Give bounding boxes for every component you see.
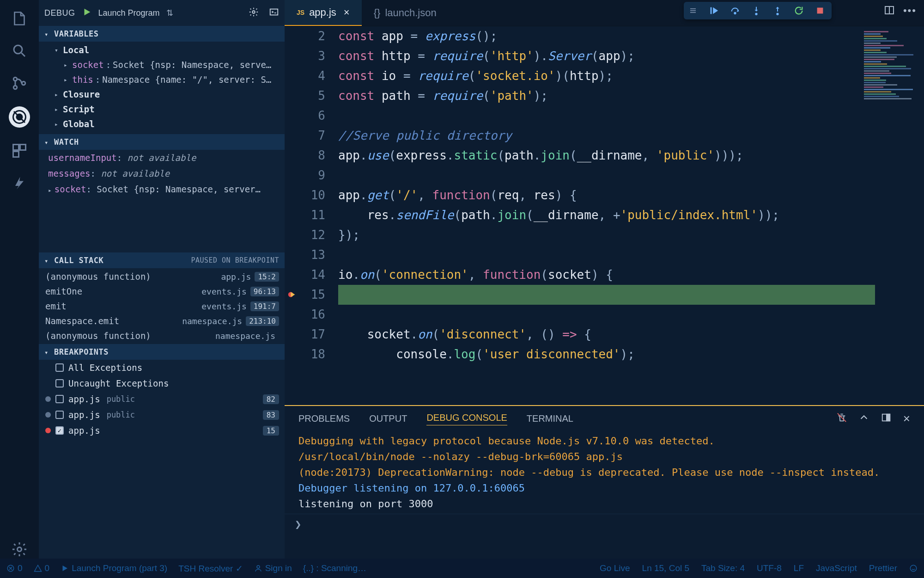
watch-expression[interactable]: socket: Socket {nsp: Namespace, server… (39, 181, 285, 197)
code-line[interactable]: 12}); (310, 225, 924, 245)
code-line[interactable]: 4const io = require('socket.io')(http); (310, 66, 924, 86)
minimap[interactable] (864, 30, 919, 99)
code-line[interactable]: 16 (310, 305, 924, 325)
step-over-icon[interactable] (730, 6, 740, 16)
variables-header[interactable]: VARIABLES (39, 26, 285, 42)
clear-console-icon[interactable] (837, 412, 847, 425)
panel-tab[interactable]: PROBLEMS (298, 413, 350, 424)
json-file-icon: {} (374, 7, 381, 19)
watch-expression[interactable]: messages: not available (39, 166, 285, 181)
extensions-icon[interactable] (10, 141, 29, 160)
debug-settings-icon[interactable] (249, 7, 259, 19)
callstack-frame[interactable]: emitOneevents.js96:13 (39, 284, 285, 299)
panel-layout-icon[interactable] (881, 412, 891, 425)
code-line[interactable]: 2const app = express(); (310, 26, 924, 46)
breakpoint-checkbox[interactable] (55, 379, 64, 387)
code-line[interactable]: 5const path = require('path'); (310, 86, 924, 106)
callstack-frame[interactable]: (anonymous function)namespace.js (39, 328, 285, 343)
drag-handle-icon[interactable] (690, 8, 696, 13)
panel-collapse-icon[interactable] (859, 412, 869, 425)
panel-tab[interactable]: TERMINAL (527, 413, 573, 424)
status-item[interactable]: Sign in (254, 563, 292, 573)
status-item[interactable]: Prettier (869, 563, 897, 573)
azure-icon[interactable] (10, 174, 29, 192)
callstack-frame[interactable]: (anonymous function)app.js15:2 (39, 269, 285, 284)
status-item[interactable] (909, 564, 918, 572)
restart-icon[interactable] (794, 6, 804, 16)
status-item[interactable]: Launch Program (part 3) (61, 563, 167, 573)
debug-icon[interactable] (9, 106, 30, 128)
variable-scope[interactable]: Global (39, 117, 285, 131)
stop-icon[interactable] (815, 6, 825, 16)
breakpoints-header[interactable]: BREAKPOINTS (39, 344, 285, 360)
line-number: 12 (310, 225, 338, 245)
code-line[interactable]: 18 console.log('user disconnected'); (310, 344, 924, 364)
breakpoint-checkbox[interactable] (55, 363, 64, 372)
variable-scope[interactable]: Script (39, 102, 285, 117)
watch-expression[interactable]: usernameInput: not available (39, 150, 285, 166)
panel-tab[interactable]: DEBUG CONSOLE (426, 412, 507, 425)
status-item[interactable]: UTF-8 (757, 563, 782, 573)
status-item[interactable]: 0 (34, 563, 50, 573)
close-tab-icon[interactable]: × (344, 6, 350, 18)
status-item[interactable]: JavaScript (816, 563, 857, 573)
code-line[interactable]: 8app.use(express.static(path.join(__dirn… (310, 146, 924, 166)
status-item[interactable]: {..} : Scanning… (303, 563, 366, 573)
code-line[interactable]: 11 res.sendFile(path.join(__dirname, +'p… (310, 205, 924, 225)
code-editor[interactable]: 2const app = express();3const http = req… (285, 26, 924, 405)
breakpoint-item[interactable]: app.js public 82 (39, 391, 285, 407)
callstack-frame[interactable]: Namespace.emitnamespace.js213:10 (39, 314, 285, 328)
panel-close-icon[interactable]: × (903, 412, 910, 426)
debug-config-selector[interactable]: Launch Program (98, 8, 160, 18)
code-line[interactable]: 15 console.log('a new user connected '); (310, 285, 924, 305)
variable-scope[interactable]: Closure (39, 87, 285, 102)
config-caret-icon[interactable]: ⇅ (166, 8, 173, 18)
breakpoint-item[interactable]: All Exceptions (39, 360, 285, 375)
code-line[interactable]: 17 socket.on('disconnect', () => { (310, 325, 924, 344)
settings-gear-icon[interactable] (10, 540, 29, 559)
callstack-header[interactable]: CALL STACKPAUSED ON BREAKPOINT (39, 252, 285, 268)
status-item[interactable]: 0 (6, 563, 23, 573)
status-item[interactable]: Go Live (600, 563, 630, 573)
code-line[interactable]: 6 (310, 106, 924, 126)
breakpoint-dot-icon (45, 428, 51, 433)
watch-header[interactable]: WATCH (39, 134, 285, 150)
variable-scope[interactable]: Local (39, 43, 285, 57)
variable-item[interactable]: this: Namespace {name: "/", server: S… (39, 72, 285, 87)
status-item[interactable]: Tab Size: 4 (701, 563, 745, 573)
line-number: 4 (310, 66, 338, 86)
continue-icon[interactable] (709, 6, 719, 16)
breakpoint-checkbox[interactable] (55, 395, 64, 403)
svg-rect-20 (887, 414, 890, 421)
code-line[interactable]: 14io.on('connection', function(socket) { (310, 265, 924, 285)
breakpoint-checkbox[interactable] (55, 411, 64, 419)
more-actions-icon[interactable]: ••• (903, 5, 917, 18)
step-out-icon[interactable] (772, 6, 783, 16)
code-line[interactable]: 13 (310, 245, 924, 265)
debug-console-toggle-icon[interactable] (269, 7, 279, 19)
code-line[interactable]: 7//Serve public directory (310, 126, 924, 146)
variable-item[interactable]: socket: Socket {nsp: Namespace, serve… (39, 57, 285, 72)
status-item[interactable]: TSH Resolver ✓ (178, 563, 243, 574)
code-line[interactable]: 9 (310, 166, 924, 185)
line-number: 5 (310, 86, 338, 106)
split-editor-icon[interactable] (884, 5, 895, 18)
breakpoint-item[interactable]: Uncaught Exceptions (39, 375, 285, 391)
breakpoint-checkbox[interactable]: ✓ (55, 426, 64, 435)
status-item[interactable]: LF (794, 563, 804, 573)
code-line[interactable]: 3const http = require('http').Server(app… (310, 46, 924, 66)
code-line[interactable]: 10app.get('/', function(req, res) { (310, 185, 924, 205)
status-item[interactable]: Ln 15, Col 5 (642, 563, 689, 573)
step-into-icon[interactable] (751, 6, 761, 16)
breakpoint-item[interactable]: ✓ app.js 15 (39, 423, 285, 438)
debug-console-input[interactable]: ❯ (285, 514, 924, 535)
explorer-icon[interactable] (10, 9, 29, 28)
breakpoint-item[interactable]: app.js public 83 (39, 407, 285, 423)
editor-tab[interactable]: {} launch.json (362, 0, 449, 26)
git-icon[interactable] (10, 74, 29, 92)
editor-tab[interactable]: JS app.js × (285, 0, 362, 26)
start-debug-icon[interactable] (82, 7, 92, 19)
callstack-frame[interactable]: emitevents.js191:7 (39, 299, 285, 314)
panel-tab[interactable]: OUTPUT (369, 413, 407, 424)
search-icon[interactable] (10, 42, 29, 60)
